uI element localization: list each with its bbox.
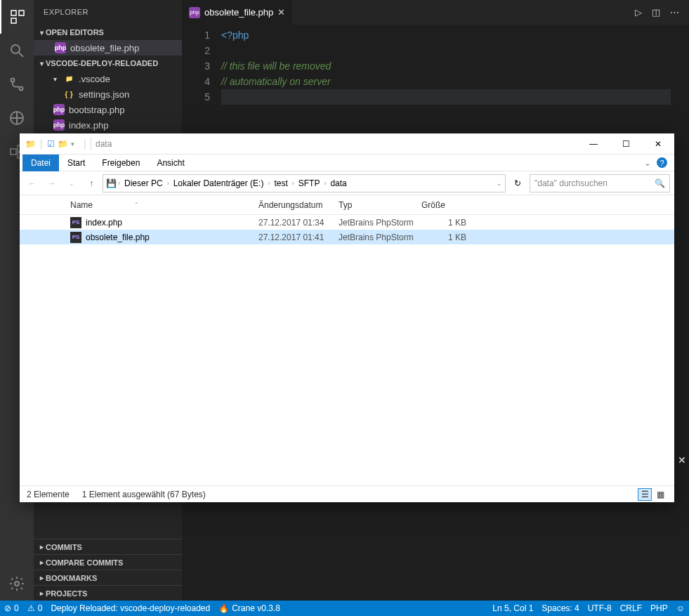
breadcrumb-drive[interactable]: Lokaler Datenträger (E:) <box>171 176 267 191</box>
status-deploy[interactable]: Deploy Reloaded: vscode-deploy-reloaded <box>46 601 214 616</box>
back-button[interactable]: ← <box>24 175 41 192</box>
breadcrumb-sftp[interactable]: SFTP <box>296 176 323 191</box>
view-details-button[interactable]: ☰ <box>638 488 652 501</box>
split-editor-icon[interactable]: ◫ <box>652 7 660 18</box>
search-box[interactable]: "data" durchsuchen 🔍 <box>530 174 670 192</box>
file-settings-json[interactable]: { }settings.json <box>34 86 182 102</box>
run-icon[interactable]: ▷ <box>635 7 642 18</box>
sort-asc-icon: ˄ <box>135 202 138 209</box>
status-smiley-icon[interactable]: ☺ <box>672 603 689 613</box>
up-button[interactable]: ↑ <box>83 175 100 192</box>
ribbon-tab-file[interactable]: Datei <box>22 155 59 171</box>
svg-point-6 <box>20 87 23 91</box>
recent-dropdown-icon[interactable]: ⌄ <box>63 175 80 192</box>
code-lines: <?php // this file will be removed // au… <box>221 27 671 105</box>
line-number-gutter: 1 2 3 4 5 <box>182 27 221 105</box>
section-projects[interactable]: ▸PROJECTS <box>34 585 182 601</box>
ribbon-tab-view[interactable]: Ansicht <box>148 155 192 171</box>
view-large-icons-button[interactable]: ▦ <box>653 488 667 501</box>
file-row[interactable]: PS obsolete_file.php 27.12.2017 01:41 Je… <box>20 230 674 244</box>
quick-access-toolbar: 📁 │ ☑ 📁 ▾ <box>20 139 80 149</box>
column-size[interactable]: Größe <box>421 200 466 210</box>
refresh-button[interactable]: ↻ <box>508 174 527 192</box>
section-open-editors[interactable]: ▾OPEN EDITORS <box>34 25 182 40</box>
section-compare-commits[interactable]: ▸COMPARE COMMITS <box>34 554 182 570</box>
section-commits[interactable]: ▸COMMITS <box>34 539 182 554</box>
status-indent[interactable]: Spaces: 4 <box>537 603 583 613</box>
folder-icon: 📁 <box>63 73 74 84</box>
code-editor[interactable]: 1 2 3 4 5 <?php // this file will be rem… <box>182 25 689 105</box>
svg-point-5 <box>11 79 15 82</box>
status-encoding[interactable]: UTF-8 <box>584 603 616 613</box>
editor-tab[interactable]: php obsolete_file.php ✕ <box>182 0 292 25</box>
svg-line-4 <box>19 53 23 57</box>
help-icon[interactable]: ? <box>657 157 667 168</box>
status-crane[interactable]: 🔥 Crane v0.3.8 <box>214 601 284 616</box>
chevron-right-icon[interactable]: › <box>167 180 169 187</box>
addr-dropdown-icon[interactable]: ⌄ <box>497 180 502 187</box>
status-warnings[interactable]: ⚠ 0 <box>23 601 47 616</box>
ribbon-expand-icon[interactable]: ⌄ <box>644 158 651 168</box>
forward-button[interactable]: → <box>44 175 60 192</box>
php-icon: php <box>55 42 66 53</box>
nav-bar: ← → ⌄ ↑ 💾 › Dieser PC › Lokaler Datenträ… <box>20 171 674 195</box>
svg-point-13 <box>15 582 19 586</box>
qat-button[interactable]: 📁 <box>58 139 68 149</box>
drive-icon: 💾 <box>106 178 117 188</box>
activity-settings-icon[interactable] <box>0 567 34 601</box>
svg-point-3 <box>11 45 20 53</box>
editor-tab-bar: php obsolete_file.php ✕ ▷ ◫ ⋯ <box>182 0 689 25</box>
activity-search-icon[interactable] <box>0 34 34 67</box>
window-title: data <box>91 138 112 150</box>
breadcrumb-data[interactable]: data <box>327 176 349 191</box>
file-bootstrap-php[interactable]: phpbootstrap.php <box>34 102 182 117</box>
status-errors[interactable]: ⊘ 0 <box>0 601 23 616</box>
status-position[interactable]: Ln 5, Col 1 <box>488 603 537 613</box>
chevron-right-icon[interactable]: › <box>292 180 294 187</box>
activity-scm-icon[interactable] <box>0 67 34 101</box>
json-icon: { } <box>63 89 74 100</box>
chevron-right-icon[interactable]: › <box>118 180 120 187</box>
close-notification-icon[interactable]: ✕ <box>678 454 686 466</box>
minimize-button[interactable]: — <box>577 133 610 155</box>
search-icon: 🔍 <box>655 178 665 188</box>
phpstorm-file-icon: PS <box>70 217 81 228</box>
maximize-button[interactable]: ☐ <box>610 133 642 155</box>
qat-properties-icon[interactable]: ☑ <box>47 139 55 149</box>
window-titlebar[interactable]: 📁 │ ☑ 📁 ▾ │ data — ☐ ✕ <box>20 133 674 155</box>
ribbon-tab-start[interactable]: Start <box>59 155 93 171</box>
breadcrumb-pc[interactable]: Dieser PC <box>122 176 166 191</box>
file-index-php[interactable]: phpindex.php <box>34 117 182 133</box>
column-name[interactable]: Name˄ <box>70 200 258 210</box>
file-list-area: Name˄ Änderungsdatum Typ Größe PS index.… <box>20 195 674 462</box>
column-type[interactable]: Typ <box>339 200 421 210</box>
activity-explorer-icon[interactable] <box>0 0 34 34</box>
svg-rect-1 <box>19 11 24 15</box>
close-button[interactable]: ✕ <box>642 133 674 155</box>
open-editor-file[interactable]: phpobsolete_file.php <box>34 40 182 55</box>
qat-dropdown-icon[interactable]: ▾ <box>71 140 74 148</box>
folder-vscode[interactable]: ▾📁.vscode <box>34 71 182 86</box>
column-date[interactable]: Änderungsdatum <box>258 200 339 210</box>
address-bar[interactable]: 💾 › Dieser PC › Lokaler Datenträger (E:)… <box>103 174 506 192</box>
qat-divider: │ <box>39 139 44 149</box>
chevron-right-icon: ▸ <box>37 574 46 582</box>
chevron-down-icon: ▾ <box>53 75 62 83</box>
ribbon-tab-share[interactable]: Freigeben <box>93 155 148 171</box>
ribbon: Datei Start Freigeben Ansicht ⌄ ? <box>20 155 674 171</box>
chevron-right-icon[interactable]: › <box>324 180 326 187</box>
activity-debug-icon[interactable] <box>0 101 34 135</box>
php-icon: php <box>53 104 65 115</box>
more-icon[interactable]: ⋯ <box>670 7 679 18</box>
file-row[interactable]: PS index.php 27.12.2017 01:34 JetBrains … <box>20 215 674 230</box>
section-bookmarks[interactable]: ▸BOOKMARKS <box>34 570 182 585</box>
chevron-right-icon[interactable]: › <box>268 180 270 187</box>
status-language[interactable]: PHP <box>646 603 672 613</box>
breadcrumb-test[interactable]: test <box>271 176 290 191</box>
column-headers: Name˄ Änderungsdatum Typ Größe <box>20 195 674 215</box>
section-workspace[interactable]: ▾VSCODE-DEPLOY-RELOADED <box>34 55 182 71</box>
chevron-right-icon: ▸ <box>37 543 46 551</box>
close-icon[interactable]: ✕ <box>277 7 285 18</box>
status-eol[interactable]: CRLF <box>616 603 646 613</box>
phpstorm-file-icon: PS <box>70 232 81 243</box>
